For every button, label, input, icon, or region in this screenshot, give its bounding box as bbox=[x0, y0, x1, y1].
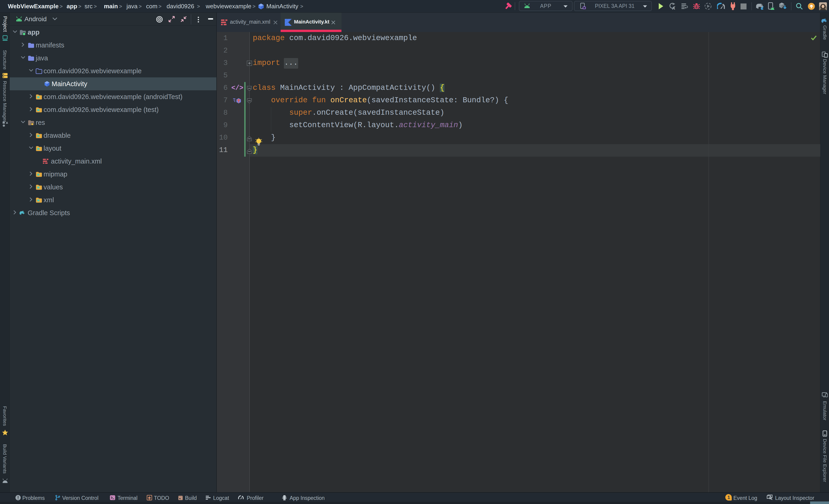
svg-text:1: 1 bbox=[727, 495, 730, 500]
svg-text:A: A bbox=[672, 6, 675, 10]
